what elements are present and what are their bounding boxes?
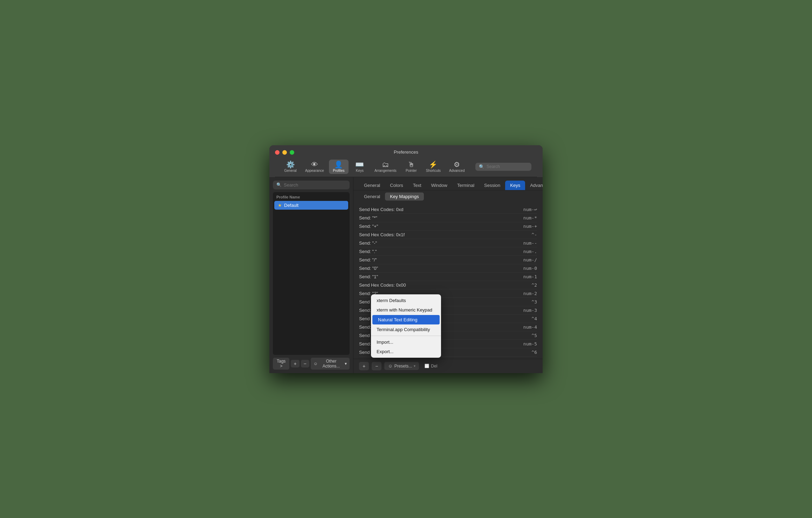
key-shortcut-3: ^-	[531, 232, 537, 237]
key-action-3: Send Hex Codes: 0x1f	[359, 232, 405, 237]
key-item-3[interactable]: Send Hex Codes: 0x1f ^-	[359, 231, 537, 239]
tab2-general[interactable]: General	[359, 192, 385, 201]
key-shortcut-4: num--	[523, 240, 537, 246]
keys-icon: ⌨️	[355, 161, 364, 168]
add-profile-button[interactable]: +	[291, 360, 299, 368]
tab-keys[interactable]: Keys	[505, 181, 525, 190]
key-action-5: Send: "."	[359, 249, 377, 254]
dropdown-item-import[interactable]: Import...	[371, 337, 441, 347]
minimize-button[interactable]	[282, 150, 287, 155]
profile-list: Profile Name ★ Default	[273, 192, 350, 355]
profile-list-header: Profile Name	[273, 194, 350, 201]
tags-button[interactable]: Tags >	[273, 358, 289, 370]
window-title: Preferences	[394, 149, 418, 155]
toolbar-item-appearance[interactable]: 👁 Appearance	[302, 160, 328, 174]
profile-name-default: Default	[284, 203, 298, 208]
pointer-icon: 🖱	[408, 161, 415, 168]
toolbar-label-arrangements: Arrangements	[374, 169, 397, 173]
toolbar-label-appearance: Appearance	[305, 169, 324, 173]
tab-general[interactable]: General	[359, 181, 385, 190]
tab-terminal[interactable]: Terminal	[452, 181, 479, 190]
toolbar-item-advanced[interactable]: ⚙ Advanced	[446, 160, 468, 174]
toolbar-item-arrangements[interactable]: 🗂 Arrangements	[371, 160, 400, 174]
dropdown-item-natural-text[interactable]: Natural Text Editing	[372, 315, 440, 324]
sidebar-search-input[interactable]	[284, 182, 346, 188]
key-item-0[interactable]: Send Hex Codes: 0xd num-↩	[359, 205, 537, 214]
toolbar-label-shortcuts: Shortcuts	[426, 169, 441, 173]
default-checkbox[interactable]	[425, 364, 429, 368]
remove-key-button[interactable]: −	[372, 362, 381, 370]
key-item-7[interactable]: Send: "0" num-0	[359, 264, 537, 273]
presets-icon: ☺	[388, 363, 392, 369]
tab2-key-mappings[interactable]: Key Mappings	[385, 192, 424, 201]
toolbar-items: ⚙️ General 👁 Appearance 👤 Profiles ⌨️ Ke…	[281, 160, 531, 174]
general-icon: ⚙️	[286, 161, 295, 168]
key-shortcut-6: num-/	[523, 257, 537, 262]
other-actions-button[interactable]: ☺ Other Actions... ▾	[311, 358, 350, 370]
sidebar-search-icon: 🔍	[276, 182, 282, 187]
toolbar-item-shortcuts[interactable]: ⚡ Shortcuts	[422, 160, 444, 174]
dropdown-item-xterm-defaults[interactable]: xterm Defaults	[371, 296, 441, 305]
key-item-4[interactable]: Send: "-" num--	[359, 239, 537, 247]
key-action-2: Send: "+"	[359, 224, 378, 229]
toolbar-item-pointer[interactable]: 🖱 Pointer	[401, 160, 421, 174]
close-button[interactable]	[275, 150, 280, 155]
presets-dropdown-menu: xterm Defaults xterm with Numeric Keypad…	[371, 294, 441, 358]
toolbar-search[interactable]: 🔍	[475, 163, 531, 171]
add-key-button[interactable]: +	[359, 362, 369, 370]
tab-colors[interactable]: Colors	[385, 181, 408, 190]
dropdown-item-export[interactable]: Export...	[371, 347, 441, 356]
key-shortcut-5: num-.	[523, 249, 537, 254]
toolbar-label-profiles: Profiles	[333, 169, 344, 173]
toolbar-item-keys[interactable]: ⌨️ Keys	[350, 160, 370, 174]
key-shortcut-2: num-+	[523, 224, 537, 229]
tab-window[interactable]: Window	[426, 181, 452, 190]
maximize-button[interactable]	[290, 150, 294, 155]
tab-text[interactable]: Text	[408, 181, 426, 190]
toolbar-label-pointer: Pointer	[406, 169, 417, 173]
key-action-8: Send: "1"	[359, 274, 378, 279]
key-item-6[interactable]: Send: "/" num-/	[359, 256, 537, 264]
toolbar-search-input[interactable]	[487, 164, 522, 169]
dropdown-item-xterm-numeric[interactable]: xterm with Numeric Keypad	[371, 305, 441, 315]
tab-advanced[interactable]: Advanced	[525, 181, 543, 190]
key-item-2[interactable]: Send: "+" num-+	[359, 222, 537, 231]
presets-button[interactable]: ☺ Presets... ▾	[384, 362, 419, 370]
default-checkbox-row: Del	[425, 364, 437, 369]
tabs-row1: General Colors Text Window Terminal Sess…	[353, 177, 543, 190]
profile-item-default[interactable]: ★ Default	[274, 201, 348, 210]
key-action-7: Send: "0"	[359, 266, 378, 271]
toolbar-search-icon: 🔍	[479, 164, 484, 169]
toolbar-item-general[interactable]: ⚙️ General	[281, 160, 300, 174]
toolbar-item-profiles[interactable]: 👤 Profiles	[329, 160, 349, 174]
key-item-5[interactable]: Send: "." num-.	[359, 247, 537, 256]
key-shortcut-9: ^2	[531, 282, 537, 288]
key-item-9[interactable]: Send Hex Codes: 0x00 ^2	[359, 281, 537, 289]
key-shortcut-11: ^3	[531, 299, 537, 304]
key-list-bottom: + − ☺ Presets... ▾ Del xterm Defaults x	[353, 359, 543, 373]
traffic-lights	[275, 150, 294, 155]
toolbar-label-advanced: Advanced	[449, 169, 465, 173]
key-item-1[interactable]: Send: "*" num-*	[359, 214, 537, 222]
other-actions-icon: ☺	[314, 361, 318, 366]
key-action-6: Send: "/"	[359, 257, 377, 262]
dropdown-item-terminal-compat[interactable]: Terminal.app Compatibility	[371, 325, 441, 334]
key-shortcut-13: ^4	[531, 316, 537, 321]
sidebar-bottom: Tags > + − ☺ Other Actions... ▾	[273, 355, 350, 370]
right-panel: General Colors Text Window Terminal Sess…	[353, 177, 543, 373]
key-shortcut-16: num-5	[523, 341, 537, 346]
tab-session[interactable]: Session	[479, 181, 505, 190]
default-checkbox-label[interactable]: Del	[425, 364, 437, 369]
toolbar: ⚙️ General 👁 Appearance 👤 Profiles ⌨️ Ke…	[275, 158, 537, 177]
key-shortcut-7: num-0	[523, 266, 537, 271]
other-actions-label: Other Actions...	[319, 359, 343, 369]
key-shortcut-12: num-3	[523, 308, 537, 313]
key-item-8[interactable]: Send: "1" num-1	[359, 273, 537, 281]
key-shortcut-17: ^6	[531, 350, 537, 355]
remove-profile-button[interactable]: −	[301, 360, 309, 368]
key-action-1: Send: "*"	[359, 215, 377, 220]
dropdown-arrow-icon: ▾	[414, 364, 415, 368]
key-action-0: Send Hex Codes: 0xd	[359, 207, 403, 212]
preferences-window: Preferences ⚙️ General 👁 Appearance 👤 Pr…	[269, 145, 543, 373]
sidebar-search[interactable]: 🔍	[273, 181, 350, 189]
